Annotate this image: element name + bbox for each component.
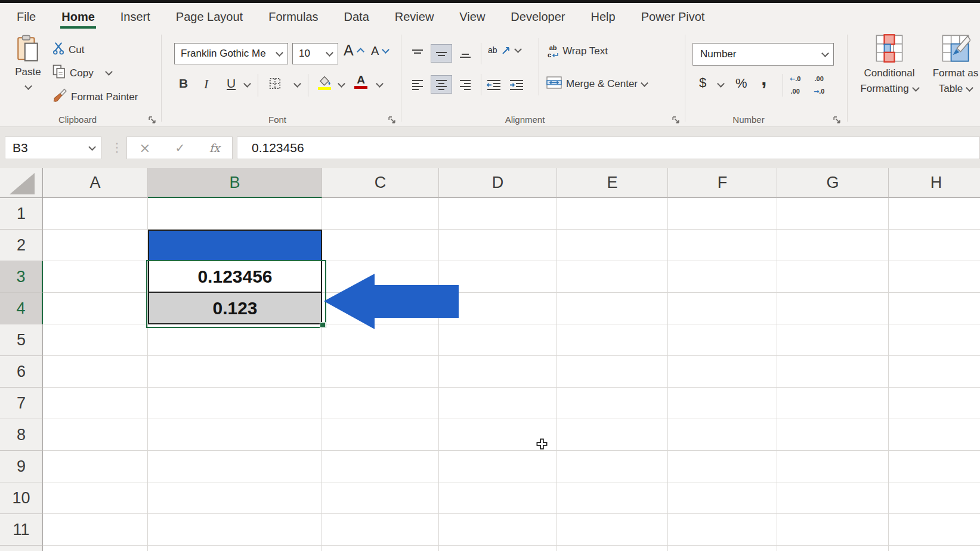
fill-color-dropdown-icon[interactable] <box>338 80 345 88</box>
cell-B4[interactable]: 0.123 <box>148 293 322 324</box>
copy-button[interactable]: Copy <box>52 64 112 82</box>
decrease-indent-button[interactable] <box>484 75 503 94</box>
grid-cell-C[interactable] <box>322 546 439 551</box>
name-box-dropdown-icon[interactable] <box>88 143 96 151</box>
grid-cell-A1[interactable] <box>43 198 148 230</box>
orientation-button[interactable]: ab <box>488 45 521 55</box>
column-header-G[interactable]: G <box>777 168 889 198</box>
column-header-C[interactable]: C <box>322 168 439 198</box>
borders-dropdown-icon[interactable] <box>293 80 301 88</box>
grid-cell-A3[interactable] <box>43 261 148 293</box>
grid-cell-H4[interactable] <box>889 293 980 324</box>
row-header-5[interactable]: 5 <box>0 324 43 356</box>
italic-button[interactable]: I <box>204 76 208 92</box>
grid-cell-H1[interactable] <box>889 198 980 230</box>
grid-cell-G1[interactable] <box>777 198 889 230</box>
grid-cell-E2[interactable] <box>557 230 668 261</box>
grid-cell-B8[interactable] <box>148 419 322 451</box>
tab-help[interactable]: Help <box>591 10 616 24</box>
format-as-table-button[interactable]: Format as Table <box>926 33 980 97</box>
font-dialog-launcher[interactable] <box>388 116 396 126</box>
font-name-select[interactable]: Franklin Gothic Me <box>174 43 288 64</box>
grid-cell-G2[interactable] <box>777 230 889 261</box>
cell-B3[interactable]: 0.123456 <box>148 261 322 293</box>
accounting-format-button[interactable]: $ <box>699 75 706 91</box>
grid-cell-G5[interactable] <box>777 324 889 356</box>
tab-view[interactable]: View <box>459 10 485 24</box>
grid-cell-D10[interactable] <box>439 482 557 514</box>
grid-cell-H2[interactable] <box>889 230 980 261</box>
grid-cell-A10[interactable] <box>43 482 148 514</box>
grid-cell-C2[interactable] <box>322 230 439 261</box>
increase-decimal-button[interactable]: ←.0 .00 <box>790 75 800 96</box>
row-header-9[interactable]: 9 <box>0 451 43 482</box>
grid-cell-A9[interactable] <box>43 451 148 482</box>
grid-cell-H10[interactable] <box>889 482 980 514</box>
name-box[interactable]: B3 <box>5 137 101 159</box>
grid-cell-D[interactable] <box>439 546 557 551</box>
grid-cell-E6[interactable] <box>557 356 668 388</box>
clipboard-dialog-launcher[interactable] <box>148 116 156 126</box>
grid-cell-B6[interactable] <box>148 356 322 388</box>
format-as-table-dropdown-icon[interactable] <box>966 84 973 92</box>
grid-cell-G6[interactable] <box>777 356 889 388</box>
font-color-button[interactable]: A <box>354 74 367 89</box>
underline-button[interactable]: U <box>227 76 236 91</box>
grid-cell-C11[interactable] <box>322 514 439 546</box>
row-header-10[interactable]: 10 <box>0 482 43 514</box>
copy-dropdown-icon[interactable] <box>105 68 113 76</box>
row-header-2[interactable]: 2 <box>0 230 43 261</box>
conditional-formatting-button[interactable]: Conditional Formatting <box>854 33 925 97</box>
grid-cell-D11[interactable] <box>439 514 557 546</box>
column-header-H[interactable]: H <box>889 168 980 198</box>
cancel-button[interactable]: × <box>139 140 150 156</box>
font-size-select[interactable]: 10 <box>292 43 338 64</box>
grid-cell-D9[interactable] <box>439 451 557 482</box>
align-left-button[interactable] <box>407 75 428 94</box>
grid-cell-A[interactable] <box>43 546 148 551</box>
grid-cell-F4[interactable] <box>668 293 777 324</box>
accounting-dropdown-icon[interactable] <box>717 80 725 88</box>
select-all-corner[interactable] <box>0 168 43 198</box>
borders-button[interactable] <box>268 77 282 93</box>
number-format-dropdown-icon[interactable] <box>821 49 829 57</box>
grid-cell-B7[interactable] <box>148 388 322 419</box>
cut-button[interactable]: Cut <box>52 42 84 58</box>
align-right-button[interactable] <box>455 75 476 94</box>
tab-power-pivot[interactable]: Power Pivot <box>641 10 705 24</box>
tab-home[interactable]: Home <box>61 10 95 24</box>
grid-cell-F1[interactable] <box>668 198 777 230</box>
decrease-font-size-button[interactable]: A <box>371 44 388 58</box>
row-header-6[interactable]: 6 <box>0 356 43 388</box>
row-header-8[interactable]: 8 <box>0 419 43 451</box>
grid-cell-F7[interactable] <box>668 388 777 419</box>
increase-font-size-button[interactable]: A <box>344 42 363 59</box>
grid-cell-E1[interactable] <box>557 198 668 230</box>
orientation-dropdown-icon[interactable] <box>514 45 522 53</box>
format-painter-button[interactable]: Format Painter <box>52 88 138 106</box>
grid-cell-B[interactable] <box>148 546 322 551</box>
align-middle-button[interactable] <box>431 44 452 63</box>
enter-button[interactable]: ✓ <box>175 141 185 155</box>
grid-cell-E[interactable] <box>557 546 668 551</box>
grid-cell-B5[interactable] <box>148 324 322 356</box>
fill-color-button[interactable] <box>317 75 332 90</box>
column-header-A[interactable]: A <box>43 168 148 198</box>
grid-cell-G7[interactable] <box>777 388 889 419</box>
increase-indent-button[interactable] <box>507 75 526 94</box>
grid-cell-F11[interactable] <box>668 514 777 546</box>
row-header-1[interactable]: 1 <box>0 198 43 230</box>
grid-cell-C10[interactable] <box>322 482 439 514</box>
font-size-dropdown-icon[interactable] <box>326 49 333 57</box>
grid-cell-D1[interactable] <box>439 198 557 230</box>
grid-cell-G[interactable] <box>777 546 889 551</box>
column-header-B[interactable]: B <box>148 168 322 198</box>
grid-cell-G10[interactable] <box>777 482 889 514</box>
grid-cell-A6[interactable] <box>43 356 148 388</box>
grid-cell-H6[interactable] <box>889 356 980 388</box>
grid-cell-D6[interactable] <box>439 356 557 388</box>
grid-cell-A2[interactable] <box>43 230 148 261</box>
grid-cell-C6[interactable] <box>322 356 439 388</box>
tab-insert[interactable]: Insert <box>120 10 150 24</box>
paste-dropdown-icon[interactable] <box>24 82 32 90</box>
